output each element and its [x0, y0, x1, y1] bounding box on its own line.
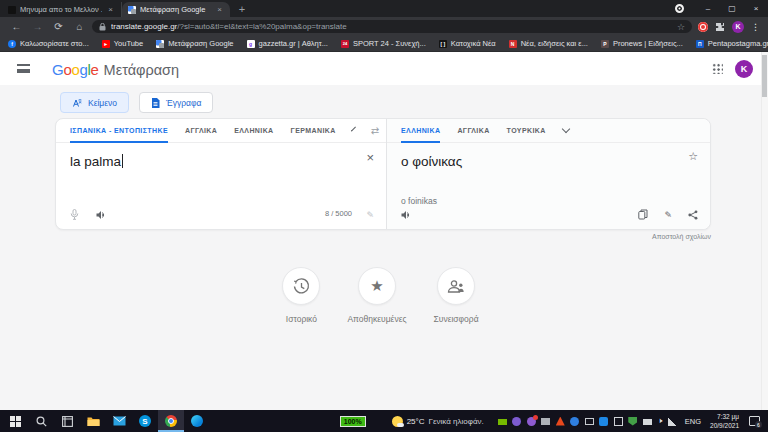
source-tab-greek[interactable]: ΕΛΛΗΝΙΚΑ [234, 119, 273, 143]
bookmark-star-icon[interactable]: ☆ [677, 22, 685, 32]
mail-app-button[interactable] [106, 410, 132, 432]
saved-shortcut[interactable]: ★ Αποθηκευμένες [347, 267, 406, 324]
task-view-button[interactable] [54, 410, 80, 432]
handwriting-icon[interactable]: ✎ [366, 210, 374, 220]
bookmark-item[interactable]: YouTube [102, 39, 143, 48]
tray-icon-app[interactable] [541, 418, 550, 425]
bookmark-item[interactable]: Κατοχικά Νέα [439, 39, 496, 48]
listen-source-icon[interactable] [96, 210, 107, 220]
tray-icon-viber[interactable] [512, 417, 521, 426]
bookmark-item[interactable]: Pentapostagma.gr -... [696, 39, 768, 48]
file-explorer-button[interactable] [80, 410, 106, 432]
history-circle-button[interactable] [282, 267, 320, 305]
chrome-taskbar-button[interactable] [158, 410, 184, 432]
skype-button[interactable]: S [132, 410, 158, 432]
taskbar-clock[interactable]: 7:32 μμ 20/9/2021 [710, 412, 739, 431]
bookmark-item[interactable]: SPORT 24 - Συνεχή... [341, 39, 426, 48]
source-panel: ΙΣΠΑΝΙΚΑ - ΕΝΤΟΠΙΣΤΗΚΕ ΑΓΓΛΙΚΑ ΕΛΛΗΝΙΚΑ … [56, 119, 386, 229]
google-translate-logo[interactable]: Google Μετάφραση [52, 61, 179, 78]
tray-icon-vlc[interactable] [556, 417, 565, 426]
battery-percentage-indicator[interactable]: 100% [340, 416, 366, 427]
shortcut-label: Ιστορικό [286, 314, 317, 324]
target-tab-greek[interactable]: ΕΛΛΗΝΙΚΑ [401, 119, 440, 143]
suggest-edit-icon[interactable]: ✎ [664, 210, 672, 220]
account-avatar[interactable]: K [735, 60, 753, 78]
bookmark-item[interactable]: Νέα, ειδήσεις και ε... [509, 39, 588, 48]
address-bar[interactable]: translate.google.gr/?sl=auto&tl=el&text=… [92, 20, 692, 33]
back-icon[interactable]: ← [6, 21, 27, 32]
bookmark-item[interactable]: gazzetta.gr | Αθλητ... [247, 39, 328, 48]
microphone-icon[interactable] [70, 209, 79, 220]
scrollbar-thumb[interactable] [762, 55, 767, 97]
share-translation-icon[interactable] [688, 210, 698, 220]
pentapostagma-favicon [696, 40, 704, 48]
skype-icon: S [139, 415, 151, 427]
bookmark-item[interactable]: Μετάφραση Google [156, 39, 233, 48]
saved-circle-button[interactable]: ★ [358, 267, 396, 305]
close-button[interactable]: × [744, 0, 768, 17]
weather-widget[interactable]: 25°C Γενικά ηλιοφάν. [392, 416, 484, 427]
bookmark-item[interactable]: Pronews | Ειδήσεις... [601, 39, 683, 48]
save-translation-star-icon[interactable]: ☆ [688, 150, 698, 163]
taskbar-search-button[interactable] [28, 410, 54, 432]
windows-taskbar: S 100% 25°C Γενικά ηλιοφάν. 🕨 ENG 7: [0, 410, 768, 432]
more-languages-chevron-icon[interactable] [351, 127, 356, 132]
start-button[interactable] [2, 410, 28, 432]
contribute-circle-button[interactable] [437, 267, 475, 305]
tray-icon-security[interactable] [628, 417, 637, 426]
browser-menu-icon[interactable]: ⋮ [751, 22, 760, 32]
notification-center-button[interactable]: 6 [749, 416, 760, 426]
target-tab-turkish[interactable]: ΤΟΥΡΚΙΚΑ [507, 119, 546, 143]
swap-languages-icon[interactable]: ⇄ [371, 125, 379, 136]
tray-icon-bluetooth[interactable] [599, 417, 608, 426]
extensions-puzzle-icon[interactable] [715, 22, 725, 32]
reload-icon[interactable]: ⟳ [48, 21, 69, 32]
tab-close-icon[interactable]: × [215, 5, 224, 14]
send-feedback-link[interactable]: Αποστολή σχολίων [652, 233, 711, 240]
weather-temp: 25°C [407, 417, 425, 426]
source-tab-english[interactable]: ΑΓΓΛΙΚΑ [185, 119, 217, 143]
tray-icon-viber-notification[interactable] [527, 417, 536, 426]
tab-close-icon[interactable]: × [106, 5, 115, 14]
bookmark-item[interactable]: Καλωσορίσατε στο... [8, 39, 89, 48]
page-scrollbar[interactable] [761, 52, 768, 410]
copy-translation-icon[interactable] [638, 209, 648, 220]
home-icon[interactable]: ⌂ [69, 21, 90, 32]
target-tab-english[interactable]: ΑΓΓΛΙΚΑ [457, 119, 489, 143]
keyboard-language-indicator[interactable]: ENG [685, 417, 701, 426]
notification-badge: 6 [755, 421, 762, 428]
speaker-icon[interactable]: 🕨 [657, 416, 662, 426]
source-text-area[interactable]: la palma × 8 / 5000 ✎ [56, 143, 386, 229]
main-menu-icon[interactable] [17, 64, 30, 73]
documents-mode-button[interactable]: Έγγραφα [139, 92, 213, 113]
more-languages-chevron-icon[interactable] [561, 125, 569, 133]
minimize-button[interactable]: – [696, 0, 720, 17]
source-tab-german[interactable]: ΓΕΡΜΑΝΙΚΑ [291, 119, 336, 143]
clear-input-icon[interactable]: × [366, 150, 374, 165]
text-mode-button[interactable]: Κείμενο [60, 92, 129, 113]
source-text[interactable]: la palma [70, 154, 123, 169]
target-language-tabs: ΕΛΛΗΝΙΚΑ ΑΓΓΛΙΚΑ ΤΟΥΡΚΙΚΑ [387, 119, 710, 143]
google-apps-icon[interactable] [712, 63, 723, 74]
forward-icon[interactable]: → [27, 21, 48, 32]
network-icon[interactable] [668, 417, 677, 426]
extension-icon[interactable] [698, 22, 708, 32]
tray-icon-usb[interactable] [614, 417, 623, 426]
contribute-shortcut[interactable]: Συνεισφορά [434, 267, 479, 324]
history-shortcut[interactable]: Ιστορικό [282, 267, 320, 324]
tray-icon-gpu[interactable] [498, 419, 507, 425]
profile-avatar[interactable]: K [732, 21, 744, 33]
listen-translation-icon[interactable] [401, 210, 412, 220]
browser-tab-active[interactable]: Μετάφραση Google × [122, 2, 230, 17]
browser-tab[interactable]: Μηνυμα απο το Μελλον ... λα πτ × [2, 2, 122, 17]
tray-icon-display[interactable] [585, 418, 594, 425]
task-view-icon [62, 416, 73, 427]
edge-taskbar-button[interactable] [184, 410, 210, 432]
battery-icon[interactable] [643, 419, 652, 425]
site-favicon [8, 6, 16, 14]
maximize-button[interactable]: ▢ [720, 0, 744, 17]
tray-icon-app-blue[interactable] [570, 417, 579, 426]
new-tab-button[interactable]: + [234, 3, 250, 16]
translate-favicon [128, 6, 136, 14]
source-tab-detected[interactable]: ΙΣΠΑΝΙΚΑ - ΕΝΤΟΠΙΣΤΗΚΕ [70, 119, 168, 143]
